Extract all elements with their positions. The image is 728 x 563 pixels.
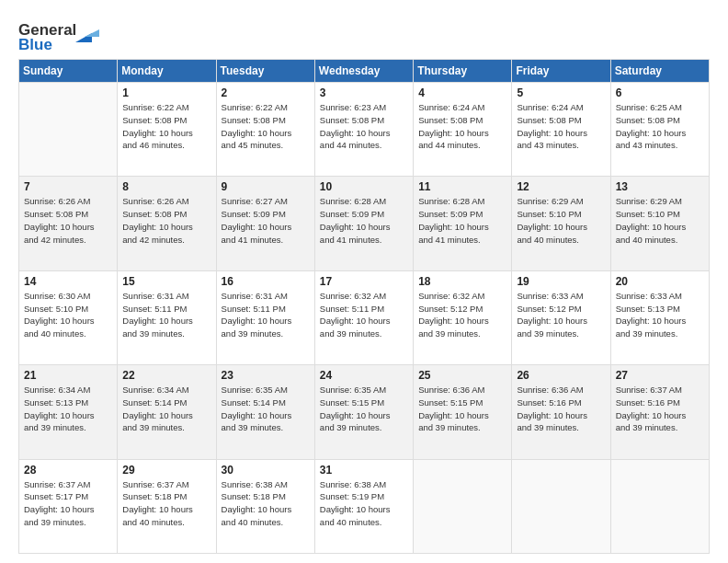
calendar-cell: 28Sunrise: 6:37 AM Sunset: 5:17 PM Dayli… xyxy=(19,459,118,553)
cell-info: Sunrise: 6:29 AM Sunset: 5:10 PM Dayligh… xyxy=(517,195,605,246)
calendar-cell: 20Sunrise: 6:33 AM Sunset: 5:13 PM Dayli… xyxy=(610,270,709,364)
day-number: 14 xyxy=(24,275,112,288)
cell-info: Sunrise: 6:38 AM Sunset: 5:18 PM Dayligh… xyxy=(222,478,310,529)
header: General Blue xyxy=(18,17,710,52)
weekday-header-friday: Friday xyxy=(512,60,610,83)
cell-info: Sunrise: 6:33 AM Sunset: 5:13 PM Dayligh… xyxy=(616,290,704,340)
calendar-cell: 9Sunrise: 6:27 AM Sunset: 5:09 PM Daylig… xyxy=(216,177,314,270)
calendar-cell: 5Sunrise: 6:24 AM Sunset: 5:08 PM Daylig… xyxy=(512,83,610,177)
cell-info: Sunrise: 6:36 AM Sunset: 5:15 PM Dayligh… xyxy=(418,384,506,434)
calendar-cell xyxy=(414,459,512,553)
day-number: 16 xyxy=(222,275,310,288)
cell-info: Sunrise: 6:26 AM Sunset: 5:08 PM Dayligh… xyxy=(122,195,210,246)
cell-info: Sunrise: 6:25 AM Sunset: 5:08 PM Dayligh… xyxy=(616,101,704,152)
cell-info: Sunrise: 6:32 AM Sunset: 5:11 PM Dayligh… xyxy=(320,290,408,340)
day-number: 13 xyxy=(616,180,704,193)
day-number: 21 xyxy=(24,369,112,382)
cell-info: Sunrise: 6:35 AM Sunset: 5:14 PM Dayligh… xyxy=(222,384,310,434)
calendar-cell: 18Sunrise: 6:32 AM Sunset: 5:12 PM Dayli… xyxy=(414,270,512,364)
cell-info: Sunrise: 6:37 AM Sunset: 5:18 PM Dayligh… xyxy=(122,478,210,529)
day-number: 8 xyxy=(122,180,210,193)
calendar-cell: 7Sunrise: 6:26 AM Sunset: 5:08 PM Daylig… xyxy=(19,177,118,270)
weekday-header-thursday: Thursday xyxy=(414,60,512,83)
calendar-cell: 23Sunrise: 6:35 AM Sunset: 5:14 PM Dayli… xyxy=(216,365,314,459)
calendar-week-row: 1Sunrise: 6:22 AM Sunset: 5:08 PM Daylig… xyxy=(19,83,710,177)
calendar-cell: 13Sunrise: 6:29 AM Sunset: 5:10 PM Dayli… xyxy=(610,177,709,270)
cell-info: Sunrise: 6:24 AM Sunset: 5:08 PM Dayligh… xyxy=(418,101,506,152)
cell-info: Sunrise: 6:34 AM Sunset: 5:14 PM Dayligh… xyxy=(122,384,210,434)
cell-info: Sunrise: 6:29 AM Sunset: 5:10 PM Dayligh… xyxy=(616,195,704,246)
cell-info: Sunrise: 6:31 AM Sunset: 5:11 PM Dayligh… xyxy=(222,290,310,340)
calendar-cell: 14Sunrise: 6:30 AM Sunset: 5:10 PM Dayli… xyxy=(19,270,118,364)
cell-info: Sunrise: 6:33 AM Sunset: 5:12 PM Dayligh… xyxy=(517,290,605,340)
cell-info: Sunrise: 6:28 AM Sunset: 5:09 PM Dayligh… xyxy=(320,195,408,246)
cell-info: Sunrise: 6:27 AM Sunset: 5:09 PM Dayligh… xyxy=(222,195,310,246)
cell-info: Sunrise: 6:30 AM Sunset: 5:10 PM Dayligh… xyxy=(24,290,112,340)
cell-info: Sunrise: 6:32 AM Sunset: 5:12 PM Dayligh… xyxy=(418,290,506,340)
calendar-week-row: 21Sunrise: 6:34 AM Sunset: 5:13 PM Dayli… xyxy=(19,365,710,459)
calendar-cell: 8Sunrise: 6:26 AM Sunset: 5:08 PM Daylig… xyxy=(118,177,216,270)
calendar-table: SundayMondayTuesdayWednesdayThursdayFrid… xyxy=(18,59,710,554)
cell-info: Sunrise: 6:31 AM Sunset: 5:11 PM Dayligh… xyxy=(122,290,210,340)
cell-info: Sunrise: 6:26 AM Sunset: 5:08 PM Dayligh… xyxy=(24,195,112,246)
day-number: 12 xyxy=(517,180,605,193)
weekday-header-tuesday: Tuesday xyxy=(216,60,314,83)
day-number: 18 xyxy=(418,275,506,288)
day-number: 29 xyxy=(122,464,210,477)
page: General Blue SundayMondayTuesdayWednesda… xyxy=(0,0,728,563)
calendar-cell: 25Sunrise: 6:36 AM Sunset: 5:15 PM Dayli… xyxy=(414,365,512,459)
cell-info: Sunrise: 6:37 AM Sunset: 5:17 PM Dayligh… xyxy=(24,478,112,529)
calendar-cell: 17Sunrise: 6:32 AM Sunset: 5:11 PM Dayli… xyxy=(314,270,413,364)
day-number: 4 xyxy=(418,86,506,99)
calendar-cell: 27Sunrise: 6:37 AM Sunset: 5:16 PM Dayli… xyxy=(610,365,709,459)
day-number: 22 xyxy=(122,369,210,382)
calendar-cell: 24Sunrise: 6:35 AM Sunset: 5:15 PM Dayli… xyxy=(314,365,413,459)
day-number: 11 xyxy=(418,180,506,193)
cell-info: Sunrise: 6:23 AM Sunset: 5:08 PM Dayligh… xyxy=(320,101,408,152)
svg-marker-3 xyxy=(85,29,99,37)
day-number: 27 xyxy=(616,369,704,382)
calendar-cell: 1Sunrise: 6:22 AM Sunset: 5:08 PM Daylig… xyxy=(118,83,216,177)
cell-info: Sunrise: 6:28 AM Sunset: 5:09 PM Dayligh… xyxy=(418,195,506,246)
cell-info: Sunrise: 6:36 AM Sunset: 5:16 PM Dayligh… xyxy=(517,384,605,434)
calendar-cell: 4Sunrise: 6:24 AM Sunset: 5:08 PM Daylig… xyxy=(414,83,512,177)
calendar-cell: 29Sunrise: 6:37 AM Sunset: 5:18 PM Dayli… xyxy=(118,459,216,553)
cell-info: Sunrise: 6:22 AM Sunset: 5:08 PM Dayligh… xyxy=(122,101,210,152)
cell-info: Sunrise: 6:35 AM Sunset: 5:15 PM Dayligh… xyxy=(320,384,408,434)
day-number: 7 xyxy=(24,180,112,193)
calendar-cell xyxy=(19,83,118,177)
calendar-cell: 16Sunrise: 6:31 AM Sunset: 5:11 PM Dayli… xyxy=(216,270,314,364)
svg-text:Blue: Blue xyxy=(18,36,52,52)
day-number: 2 xyxy=(222,86,310,99)
day-number: 28 xyxy=(24,464,112,477)
day-number: 6 xyxy=(616,86,704,99)
day-number: 24 xyxy=(320,369,408,382)
cell-info: Sunrise: 6:22 AM Sunset: 5:08 PM Dayligh… xyxy=(222,101,310,152)
cell-info: Sunrise: 6:37 AM Sunset: 5:16 PM Dayligh… xyxy=(616,384,704,434)
day-number: 20 xyxy=(616,275,704,288)
weekday-header-monday: Monday xyxy=(118,60,216,83)
calendar-cell xyxy=(610,459,709,553)
day-number: 15 xyxy=(122,275,210,288)
calendar-cell: 26Sunrise: 6:36 AM Sunset: 5:16 PM Dayli… xyxy=(512,365,610,459)
calendar-cell: 6Sunrise: 6:25 AM Sunset: 5:08 PM Daylig… xyxy=(610,83,709,177)
weekday-header-saturday: Saturday xyxy=(610,60,709,83)
day-number: 3 xyxy=(320,86,408,99)
calendar-cell: 21Sunrise: 6:34 AM Sunset: 5:13 PM Dayli… xyxy=(19,365,118,459)
logo: General Blue xyxy=(18,17,101,52)
calendar-cell: 22Sunrise: 6:34 AM Sunset: 5:14 PM Dayli… xyxy=(118,365,216,459)
day-number: 31 xyxy=(320,464,408,477)
calendar-week-row: 7Sunrise: 6:26 AM Sunset: 5:08 PM Daylig… xyxy=(19,177,710,270)
calendar-week-row: 14Sunrise: 6:30 AM Sunset: 5:10 PM Dayli… xyxy=(19,270,710,364)
calendar-cell: 11Sunrise: 6:28 AM Sunset: 5:09 PM Dayli… xyxy=(414,177,512,270)
day-number: 5 xyxy=(517,86,605,99)
cell-info: Sunrise: 6:34 AM Sunset: 5:13 PM Dayligh… xyxy=(24,384,112,434)
calendar-cell: 15Sunrise: 6:31 AM Sunset: 5:11 PM Dayli… xyxy=(118,270,216,364)
day-number: 10 xyxy=(320,180,408,193)
calendar-cell: 10Sunrise: 6:28 AM Sunset: 5:09 PM Dayli… xyxy=(314,177,413,270)
day-number: 26 xyxy=(517,369,605,382)
calendar-week-row: 28Sunrise: 6:37 AM Sunset: 5:17 PM Dayli… xyxy=(19,459,710,553)
day-number: 25 xyxy=(418,369,506,382)
day-number: 19 xyxy=(517,275,605,288)
calendar-cell: 19Sunrise: 6:33 AM Sunset: 5:12 PM Dayli… xyxy=(512,270,610,364)
